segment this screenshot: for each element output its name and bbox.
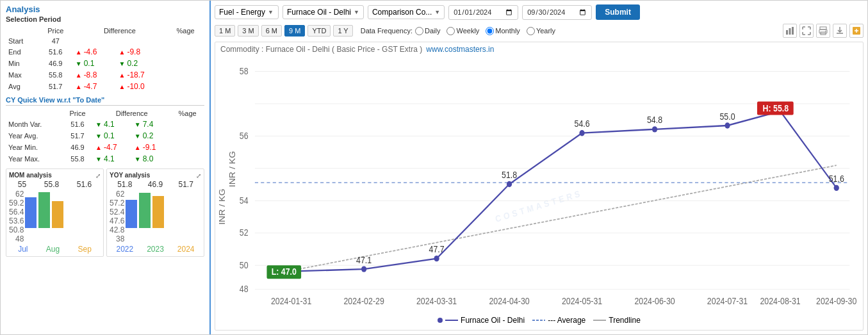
freq-yearly-radio[interactable] bbox=[527, 27, 535, 35]
fuel-energy-label: Fuel - Energy bbox=[219, 8, 265, 17]
freq-monthly-radio[interactable] bbox=[486, 27, 494, 35]
submit-button[interactable]: Submit bbox=[596, 4, 640, 20]
cy-label: CY Quick View w.r.t "To Date" bbox=[6, 96, 204, 106]
second-row: 1 M 3 M 6 M 9 M YTD 1 Y Data Frequency: … bbox=[215, 24, 864, 38]
legend-furnace-oil-dot bbox=[438, 318, 443, 323]
period-3m-button[interactable]: 3 M bbox=[238, 25, 258, 37]
cy-stats-row: Year Min.46.9▲ -4.7▲ -9.1 bbox=[6, 142, 204, 153]
svg-text:2024-09-30: 2024-09-30 bbox=[816, 297, 856, 307]
svg-text:58: 58 bbox=[240, 66, 249, 76]
svg-rect-0 bbox=[786, 30, 788, 35]
right-panel: Fuel - Energy ▼ Furnace Oil - Delhi ▼ Co… bbox=[211, 1, 867, 334]
yoy-title: YOY analysis bbox=[110, 172, 150, 179]
yoy-chart-body: 6257.252.447.642.838 bbox=[110, 190, 201, 243]
legend-furnace-oil: Furnace Oil - Delhi bbox=[438, 316, 525, 325]
legend-trendline: Trendline bbox=[593, 316, 641, 325]
chart-website-link[interactable]: www.costmasters.in bbox=[426, 45, 494, 54]
bar-chart-icon[interactable] bbox=[783, 24, 797, 38]
legend-trendline-label: Trendline bbox=[609, 316, 641, 325]
svg-text:50: 50 bbox=[240, 260, 249, 270]
svg-rect-2 bbox=[792, 27, 794, 35]
yoy-bar bbox=[139, 193, 151, 228]
svg-point-38 bbox=[434, 256, 439, 261]
mom-labels: 5555.851.6 bbox=[9, 180, 101, 189]
svg-text:L: 47.0: L: 47.0 bbox=[272, 267, 297, 277]
furnace-oil-label: Furnace Oil - Delhi bbox=[287, 8, 351, 17]
svg-point-44 bbox=[834, 185, 839, 191]
mom-bar bbox=[52, 201, 63, 228]
start-date-input[interactable] bbox=[448, 5, 518, 20]
print-icon[interactable] bbox=[816, 24, 830, 38]
svg-text:2024-01-31: 2024-01-31 bbox=[271, 297, 311, 307]
period-1m-button[interactable]: 1 M bbox=[215, 25, 235, 37]
export-icon[interactable] bbox=[849, 24, 864, 38]
download-icon[interactable] bbox=[833, 24, 847, 38]
fuel-energy-arrow: ▼ bbox=[268, 9, 274, 15]
svg-rect-1 bbox=[789, 28, 791, 35]
mom-title: MOM analysis bbox=[9, 172, 52, 179]
furnace-oil-arrow: ▼ bbox=[354, 9, 359, 15]
period-9m-button[interactable]: 9 M bbox=[284, 25, 305, 37]
analysis-title: Analysis bbox=[6, 4, 204, 14]
freq-label: Data Frequency: bbox=[361, 27, 413, 35]
main-chart-svg: COSTMASTERS 58 56 54 52 50 48 INR / KG bbox=[215, 56, 863, 312]
legend-average: --- Average bbox=[532, 316, 585, 325]
svg-point-39 bbox=[507, 181, 512, 187]
yoy-labels: 51.846.951.7 bbox=[110, 180, 201, 189]
cy-stats-row: Month Var.51.6▼ 4.1▼ 7.4 bbox=[6, 118, 204, 130]
svg-text:52: 52 bbox=[240, 228, 249, 238]
svg-text:2024-02-29: 2024-02-29 bbox=[343, 297, 384, 307]
svg-point-37 bbox=[361, 266, 366, 272]
stats-table: Price Difference %age Start47End51.6▲ -4… bbox=[6, 26, 204, 92]
svg-text:2024-07-31: 2024-07-31 bbox=[707, 297, 748, 307]
svg-text:2024-08-31: 2024-08-31 bbox=[760, 297, 800, 307]
mini-charts-row: MOM analysis ⤢ 5555.851.6 6259.256.453.6… bbox=[6, 168, 204, 257]
chart-header-text: Commodity : Furnace Oil - Delhi ( Basic … bbox=[220, 45, 422, 54]
mom-bars bbox=[25, 190, 101, 228]
mom-chart: MOM analysis ⤢ 5555.851.6 6259.256.453.6… bbox=[6, 168, 104, 257]
end-date-input[interactable] bbox=[522, 5, 592, 20]
svg-text:54: 54 bbox=[240, 195, 249, 206]
period-ytd-button[interactable]: YTD bbox=[307, 25, 331, 37]
stats-row: Max55.8▲ -8.8▲ -18.7 bbox=[6, 69, 204, 81]
yoy-year-labels: 202220232024 bbox=[110, 245, 201, 254]
fullscreen-icon[interactable] bbox=[799, 24, 814, 38]
period-1y-button[interactable]: 1 Y bbox=[333, 25, 352, 37]
svg-text:54.6: 54.6 bbox=[575, 119, 590, 129]
fuel-energy-dropdown[interactable]: Fuel - Energy ▼ bbox=[215, 5, 279, 19]
yoy-expand-icon[interactable]: ⤢ bbox=[196, 172, 201, 179]
freq-yearly-option[interactable]: Yearly bbox=[527, 27, 555, 35]
yoy-bar bbox=[126, 200, 137, 228]
chart-legend: Furnace Oil - Delhi --- Average Trendlin… bbox=[215, 314, 863, 327]
svg-point-41 bbox=[652, 126, 657, 132]
stats-row: Start47 bbox=[6, 36, 204, 46]
comparison-dropdown[interactable]: Comparison Co... ▼ bbox=[368, 5, 445, 19]
comparison-arrow: ▼ bbox=[434, 9, 440, 15]
svg-rect-6 bbox=[825, 31, 826, 31]
freq-monthly-option[interactable]: Monthly bbox=[486, 27, 520, 35]
furnace-oil-dropdown[interactable]: Furnace Oil - Delhi ▼ bbox=[283, 5, 364, 19]
period-6m-button[interactable]: 6 M bbox=[261, 25, 282, 37]
svg-text:2024-04-30: 2024-04-30 bbox=[489, 297, 529, 307]
stats-row: End51.6▲ -4.6▲ -9.8 bbox=[6, 46, 204, 58]
mom-expand-icon[interactable]: ⤢ bbox=[95, 172, 101, 179]
svg-text:2024-03-31: 2024-03-31 bbox=[416, 297, 457, 307]
svg-text:54.8: 54.8 bbox=[647, 115, 662, 126]
mom-month-labels: JulAugSep bbox=[9, 245, 101, 254]
svg-text:55.0: 55.0 bbox=[719, 111, 735, 122]
freq-daily-option[interactable]: Daily bbox=[415, 27, 440, 35]
svg-text:H: 55.8: H: 55.8 bbox=[763, 103, 789, 113]
svg-text:48: 48 bbox=[240, 284, 249, 295]
yoy-chart: YOY analysis ⤢ 51.846.951.7 6257.252.447… bbox=[106, 168, 204, 257]
freq-weekly-radio[interactable] bbox=[446, 27, 455, 35]
freq-weekly-option[interactable]: Weekly bbox=[446, 27, 479, 35]
legend-furnace-oil-label: Furnace Oil - Delhi bbox=[461, 316, 525, 325]
yoy-bar bbox=[152, 196, 164, 228]
svg-text:51.8: 51.8 bbox=[502, 170, 517, 180]
chart-area: Commodity : Furnace Oil - Delhi ( Basic … bbox=[215, 42, 864, 331]
cy-stats-row: Year Avg.51.7▼ 0.1▼ 0.2 bbox=[6, 130, 204, 142]
freq-daily-radio[interactable] bbox=[415, 27, 423, 35]
svg-line-34 bbox=[291, 165, 837, 270]
svg-rect-3 bbox=[820, 27, 826, 29]
yoy-bars bbox=[126, 190, 201, 228]
